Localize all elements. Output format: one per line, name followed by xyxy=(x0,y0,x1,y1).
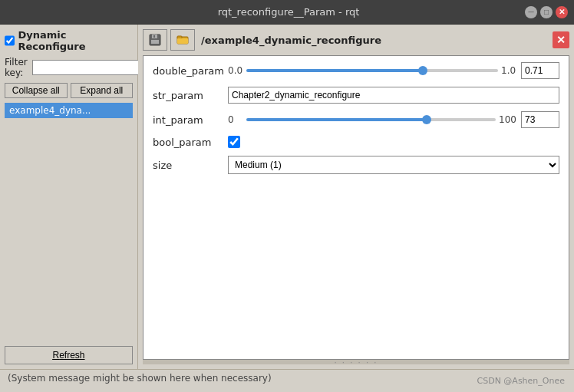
titlebar-controls: ─ □ ✕ xyxy=(525,6,568,18)
status-message: (System message might be shown here when… xyxy=(8,373,272,384)
refresh-underline-r: R xyxy=(52,350,59,361)
slider-container-double: 0.0 1.0 xyxy=(228,65,516,76)
filter-input[interactable] xyxy=(32,60,152,75)
collapse-all-button[interactable]: Collapse all xyxy=(5,83,68,98)
filter-label: Filter key: xyxy=(5,57,28,78)
collapse-row: Collapse all Expand all xyxy=(5,83,133,98)
param-label-size: size xyxy=(153,160,222,171)
load-icon xyxy=(176,33,190,47)
tree-area: example4_dyna... xyxy=(5,103,133,341)
int-param-slider[interactable] xyxy=(246,118,496,121)
int-param-value[interactable] xyxy=(521,111,559,128)
svg-rect-6 xyxy=(177,38,188,44)
param-content-bool xyxy=(228,136,559,148)
tree-item[interactable]: example4_dyna... xyxy=(5,103,133,118)
param-content-size: Small (0) Medium (1) Large (2) xyxy=(228,156,559,174)
param-content-str xyxy=(228,87,559,104)
watermark: CSDN @Ashen_Onee xyxy=(477,376,566,386)
slider-min-double: 0.0 xyxy=(228,65,243,76)
panel-title-label: Dynamic Reconfigure xyxy=(18,29,133,52)
param-content-int: 0 100 xyxy=(228,111,559,128)
param-row-double: double_param 0.0 1.0 xyxy=(153,62,559,79)
param-label-int: int_param xyxy=(153,114,222,126)
titlebar-title: rqt_reconfigure__Param - rqt xyxy=(52,6,525,18)
svg-rect-2 xyxy=(151,40,159,44)
param-row-str: str_param xyxy=(153,87,559,104)
slider-min-int: 0 xyxy=(228,114,243,125)
path-label: /example4_dynamic_reconfigure xyxy=(198,33,549,48)
double-param-value[interactable] xyxy=(521,62,559,79)
param-row-int: int_param 0 100 xyxy=(153,111,559,128)
str-param-input[interactable] xyxy=(228,87,559,104)
save-icon xyxy=(148,33,162,47)
resize-handle[interactable]: · · · · · · xyxy=(143,360,569,364)
minimize-button[interactable]: ─ xyxy=(525,6,537,18)
panel-enable-checkbox[interactable] xyxy=(5,35,15,46)
resize-dots: · · · · · · xyxy=(335,358,378,367)
save-icon-button[interactable] xyxy=(143,29,167,51)
content-area: Dynamic Reconfigure Filter key: Collapse… xyxy=(0,25,574,369)
close-path-button[interactable]: ✕ xyxy=(553,31,569,48)
param-content-double: 0.0 1.0 xyxy=(228,62,559,79)
slider-max-double: 1.0 xyxy=(501,65,516,76)
left-panel: Dynamic Reconfigure Filter key: Collapse… xyxy=(0,25,138,369)
params-area: double_param 0.0 1.0 str_param xyxy=(143,55,569,360)
param-label-str: str_param xyxy=(153,90,222,101)
param-label-bool: bool_param xyxy=(153,137,222,148)
expand-all-button[interactable]: Expand all xyxy=(71,83,134,98)
titlebar: rqt_reconfigure__Param - rqt ─ □ ✕ xyxy=(0,0,574,25)
maximize-button[interactable]: □ xyxy=(540,6,553,18)
param-row-size: size Small (0) Medium (1) Large (2) xyxy=(153,156,559,174)
right-panel: /example4_dynamic_reconfigure ✕ double_p… xyxy=(138,25,574,369)
double-param-slider[interactable] xyxy=(246,69,498,72)
size-select[interactable]: Small (0) Medium (1) Large (2) xyxy=(228,156,559,174)
refresh-rest: efresh xyxy=(59,350,84,361)
param-label-double: double_param xyxy=(153,65,222,77)
slider-max-int: 100 xyxy=(499,114,516,125)
param-row-bool: bool_param xyxy=(153,136,559,148)
svg-rect-3 xyxy=(153,35,155,38)
right-toolbar: /example4_dynamic_reconfigure ✕ xyxy=(143,29,569,51)
load-icon-button[interactable] xyxy=(170,29,195,51)
panel-title: Dynamic Reconfigure xyxy=(5,29,133,52)
bool-param-checkbox[interactable] xyxy=(228,136,240,148)
refresh-button[interactable]: Refresh xyxy=(5,346,133,364)
close-window-button[interactable]: ✕ xyxy=(556,6,568,18)
svg-rect-5 xyxy=(177,36,182,38)
slider-container-int: 0 100 xyxy=(228,114,516,125)
filter-row: Filter key: xyxy=(5,57,133,78)
main-window: Dynamic Reconfigure Filter key: Collapse… xyxy=(0,25,574,392)
